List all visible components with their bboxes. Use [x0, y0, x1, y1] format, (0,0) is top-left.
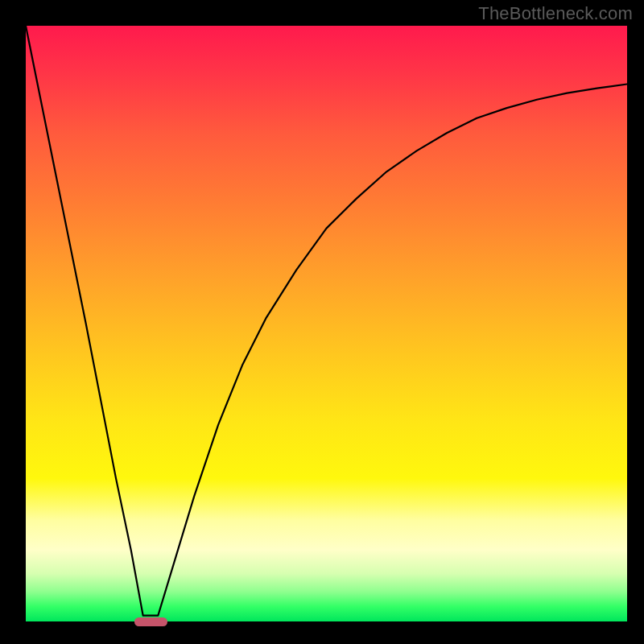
chart-frame: TheBottleneck.com — [0, 0, 644, 644]
min-marker — [134, 617, 167, 626]
watermark-text: TheBottleneck.com — [478, 3, 633, 24]
plot-area — [26, 26, 627, 621]
